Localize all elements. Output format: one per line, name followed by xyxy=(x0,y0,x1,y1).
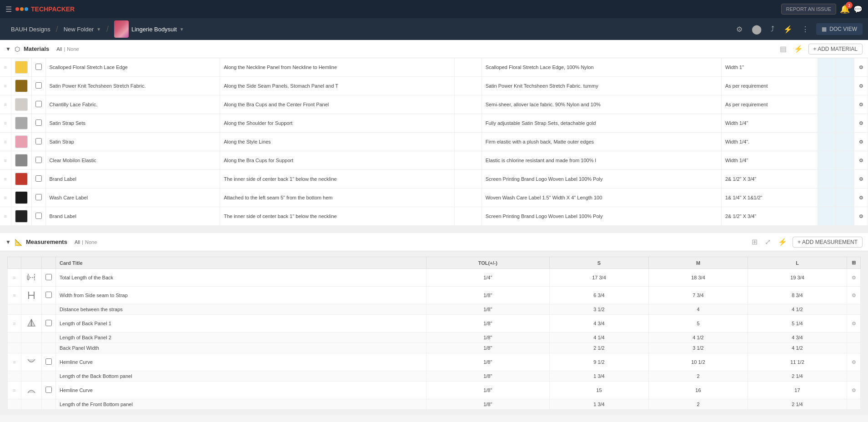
col-action-icon[interactable]: ⊞ xyxy=(852,260,856,265)
gear-icon[interactable]: ⚙ xyxy=(859,83,863,89)
drag-handle[interactable]: ≡ xyxy=(0,58,11,77)
gear-cell[interactable]: ⚙ xyxy=(854,189,868,207)
meas-gear-cell[interactable]: ⚙ xyxy=(847,315,861,333)
breadcrumb-folder[interactable]: New Folder ▼ xyxy=(58,18,106,40)
row-checkbox[interactable] xyxy=(35,64,42,70)
gear-icon[interactable]: ⚙ xyxy=(859,65,863,70)
row-checkbox[interactable] xyxy=(35,101,42,107)
share-icon[interactable]: ⤴ xyxy=(769,23,776,35)
checkbox-cell[interactable] xyxy=(31,151,45,170)
drag-handle[interactable]: ≡ xyxy=(0,207,11,226)
gear-cell[interactable]: ⚙ xyxy=(854,207,868,226)
measurements-filter2-icon[interactable]: ⚡ xyxy=(776,236,789,248)
meas-gear-icon[interactable]: ⚙ xyxy=(852,387,856,393)
add-material-button[interactable]: + ADD MATERIAL xyxy=(808,44,863,55)
meas-checkbox[interactable] xyxy=(45,387,52,393)
menu-icon[interactable]: ☰ xyxy=(5,5,12,14)
checkbox-cell[interactable] xyxy=(31,133,45,151)
measurements-filter-none[interactable]: None xyxy=(85,239,97,245)
meas-check-cell[interactable] xyxy=(42,287,56,304)
materials-filter-none[interactable]: None xyxy=(67,46,79,52)
meas-gear-icon[interactable]: ⚙ xyxy=(852,321,856,326)
meas-checkbox[interactable] xyxy=(45,320,52,326)
gear-icon[interactable]: ⚙ xyxy=(859,120,863,126)
meas-check-cell[interactable] xyxy=(42,269,56,287)
row-checkbox[interactable] xyxy=(35,194,42,200)
meas-drag-handle[interactable]: ≡ xyxy=(8,315,21,333)
gear-icon[interactable]: ⚙ xyxy=(859,158,863,163)
checkbox-cell[interactable] xyxy=(31,170,45,189)
checkbox-cell[interactable] xyxy=(31,77,45,95)
measurements-toggle-icon[interactable]: ▼ xyxy=(5,239,11,245)
gear-cell[interactable]: ⚙ xyxy=(854,133,868,151)
meas-gear-cell[interactable]: ⚙ xyxy=(847,287,861,304)
breadcrumb-product[interactable]: Lingerie Bodysuit ▼ xyxy=(109,18,190,40)
materials-grid-icon[interactable]: ▤ xyxy=(778,43,788,55)
meas-drag-handle[interactable]: ≡ xyxy=(8,269,21,287)
gear-icon[interactable]: ⚙ xyxy=(859,139,863,144)
meas-drag-handle[interactable]: ≡ xyxy=(8,353,21,371)
drag-handle[interactable]: ≡ xyxy=(0,95,11,114)
report-issue-button[interactable]: REPORT AN ISSUE xyxy=(781,4,836,15)
toggle-icon[interactable]: ⬤ xyxy=(750,22,763,36)
gear-cell[interactable]: ⚙ xyxy=(854,151,868,170)
materials-filter-all[interactable]: All xyxy=(56,46,62,52)
meas-gear-cell[interactable]: ⚙ xyxy=(847,382,861,399)
chat-icon[interactable]: 💬 xyxy=(853,5,863,14)
drag-handle[interactable]: ≡ xyxy=(0,189,11,207)
meas-checkbox[interactable] xyxy=(45,292,52,298)
meas-gear-icon[interactable]: ⚙ xyxy=(852,293,856,298)
gear-cell[interactable]: ⚙ xyxy=(854,114,868,133)
drag-handle[interactable]: ≡ xyxy=(0,151,11,170)
drag-handle[interactable]: ≡ xyxy=(0,133,11,151)
gear-icon[interactable]: ⚙ xyxy=(859,195,863,200)
measurements-expand-icon[interactable]: ⤢ xyxy=(763,236,773,248)
breadcrumb-workspace[interactable]: BAUH Designs xyxy=(5,18,56,40)
materials-filter2-icon[interactable]: ⚡ xyxy=(792,43,805,55)
drag-handle[interactable]: ≡ xyxy=(0,170,11,189)
checkbox-cell[interactable] xyxy=(31,189,45,207)
more-options-icon[interactable]: ⋮ xyxy=(800,23,811,35)
meas-gear-icon[interactable]: ⚙ xyxy=(852,275,856,280)
measurements-filter-all[interactable]: All xyxy=(75,239,80,245)
materials-toggle-icon[interactable]: ▼ xyxy=(5,46,11,52)
checkbox-cell[interactable] xyxy=(31,207,45,226)
row-checkbox[interactable] xyxy=(35,82,42,89)
row-checkbox[interactable] xyxy=(35,213,42,219)
gear-icon[interactable]: ⚙ xyxy=(859,102,863,107)
svg-rect-0 xyxy=(27,276,29,279)
drag-handle[interactable]: ≡ xyxy=(0,114,11,133)
doc-view-button[interactable]: ▦ DOC VIEW xyxy=(816,23,863,35)
gear-cell[interactable]: ⚙ xyxy=(854,95,868,114)
filter-icon[interactable]: ⚡ xyxy=(782,23,794,35)
meas-check-cell[interactable] xyxy=(42,353,56,371)
gear-icon[interactable]: ⚙ xyxy=(859,176,863,182)
meas-check-cell[interactable] xyxy=(42,382,56,399)
meas-checkbox[interactable] xyxy=(45,274,52,280)
row-checkbox[interactable] xyxy=(35,157,42,163)
gear-cell[interactable]: ⚙ xyxy=(854,170,868,189)
notification-badge[interactable]: 🔔 3 xyxy=(840,4,850,14)
meas-checkbox[interactable] xyxy=(45,358,52,365)
checkbox-cell[interactable] xyxy=(31,95,45,114)
meas-drag-handle[interactable]: ≡ xyxy=(8,382,21,399)
checkbox-cell[interactable] xyxy=(31,58,45,77)
meas-gear-cell[interactable]: ⚙ xyxy=(847,269,861,287)
meas-check-cell[interactable] xyxy=(42,315,56,333)
materials-section-header[interactable]: ▼ ⬡ Materials All | None ▤ ⚡ + ADD MATER… xyxy=(0,40,868,58)
row-checkbox[interactable] xyxy=(35,175,42,182)
checkbox-cell[interactable] xyxy=(31,114,45,133)
add-measurement-button[interactable]: + ADD MEASUREMENT xyxy=(793,237,863,248)
row-checkbox[interactable] xyxy=(35,138,42,144)
measurements-section-header[interactable]: ▼ 📐 Measurements All | None ⊞ ⤢ ⚡ + ADD … xyxy=(0,233,868,251)
gear-cell[interactable]: ⚙ xyxy=(854,77,868,95)
drag-handle[interactable]: ≡ xyxy=(0,77,11,95)
meas-drag-handle[interactable]: ≡ xyxy=(8,287,21,304)
gear-cell[interactable]: ⚙ xyxy=(854,58,868,77)
row-checkbox[interactable] xyxy=(35,119,42,126)
settings-icon[interactable]: ⚙ xyxy=(734,23,744,35)
gear-icon[interactable]: ⚙ xyxy=(859,213,863,219)
meas-gear-cell[interactable]: ⚙ xyxy=(847,353,861,371)
measurements-grid-icon[interactable]: ⊞ xyxy=(750,236,759,248)
meas-gear-icon[interactable]: ⚙ xyxy=(852,359,856,365)
